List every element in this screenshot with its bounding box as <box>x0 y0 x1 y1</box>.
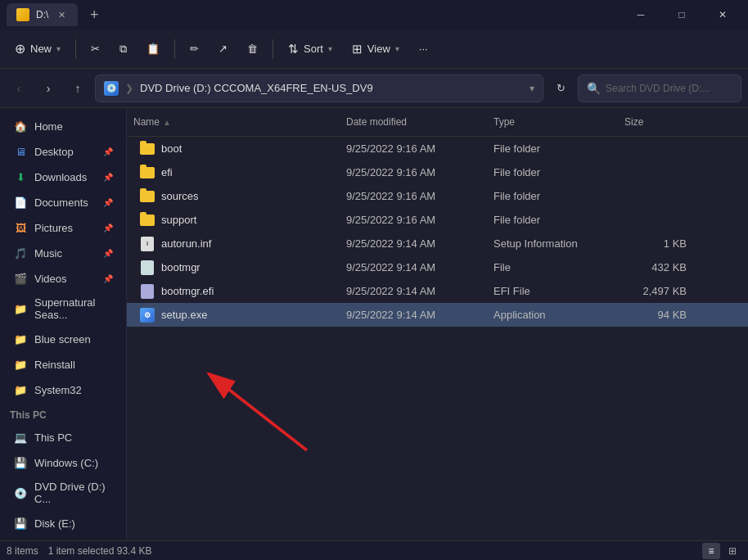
file-date: 9/25/2022 9:14 AM <box>340 234 487 253</box>
sidebar-item-documents[interactable]: 📄 Documents 📌 <box>3 190 123 215</box>
file-name: efi <box>161 166 173 178</box>
file-name: autorun.inf <box>161 237 211 250</box>
sidebar-item-desktop[interactable]: 🖥 Desktop 📌 <box>3 139 123 164</box>
rename-icon: ✏ <box>190 43 199 55</box>
desktop-pin-icon: 📌 <box>103 147 113 156</box>
sidebar-reinstall-label: Reinstall <box>34 359 113 371</box>
sidebar-item-music[interactable]: 🎵 Music 📌 <box>3 241 123 265</box>
address-bar[interactable]: 💿 ❯ DVD Drive (D:) CCCOMA_X64FRE_EN-US_D… <box>95 75 543 102</box>
file-name: bootmgr.efi <box>161 285 214 297</box>
up-button[interactable]: ↑ <box>65 76 90 101</box>
sidebar-music-label: Music <box>34 247 97 260</box>
back-button[interactable]: ‹ <box>7 76 31 101</box>
toolbar-separator-2 <box>174 39 175 59</box>
tab-d-drive[interactable]: D:\ ✕ <box>7 3 78 26</box>
sidebar-item-home[interactable]: 🏠 Home <box>3 114 123 138</box>
more-button[interactable]: ··· <box>411 34 436 64</box>
column-header-date[interactable]: Date modified <box>340 111 487 133</box>
sidebar-item-downloads[interactable]: ⬇ Downloads 📌 <box>3 165 123 189</box>
close-button[interactable]: ✕ <box>704 2 741 27</box>
file-icon-container <box>140 284 155 299</box>
maximize-button[interactable]: □ <box>663 2 701 27</box>
address-separator-arrow: ❯ <box>125 83 133 94</box>
supernatural-folder-icon: 📁 <box>13 301 28 316</box>
sidebar-item-pictures[interactable]: 🖼 Pictures 📌 <box>3 215 123 240</box>
file-date: 9/25/2022 9:16 AM <box>340 139 487 158</box>
file-date: 9/25/2022 9:14 AM <box>340 258 487 277</box>
sidebar-item-reinstall[interactable]: 📁 Reinstall <box>3 352 123 377</box>
new-tab-button[interactable]: + <box>83 3 106 26</box>
sidebar-item-videos[interactable]: 🎬 Videos 📌 <box>3 266 123 291</box>
minimize-button[interactable]: ─ <box>622 2 660 27</box>
file-list-header: Name ▲ Date modified Type Size <box>127 108 748 137</box>
sort-button[interactable]: ⇅ Sort ▾ <box>280 34 340 64</box>
sort-chevron-icon: ▾ <box>328 44 332 53</box>
share-icon: ↗ <box>219 43 228 55</box>
refresh-button[interactable]: ↻ <box>548 76 573 101</box>
desktop-icon: 🖥 <box>13 144 28 159</box>
view-button[interactable]: ⊞ View ▾ <box>344 34 408 64</box>
column-header-name[interactable]: Name ▲ <box>127 111 340 133</box>
sidebar-videos-label: Videos <box>34 273 97 285</box>
file-type: File <box>487 258 618 277</box>
file-type: Setup Information <box>487 234 618 253</box>
file-type: File folder <box>487 210 618 229</box>
table-row[interactable]: support 9/25/2022 9:16 AM File folder <box>127 208 748 232</box>
sidebar-thispc-label: This PC <box>34 431 113 444</box>
sidebar-item-supernatural[interactable]: 📁 Supernatural Seas... <box>3 291 123 326</box>
delete-button[interactable]: 🗑 <box>239 34 266 64</box>
tab-close-button[interactable]: ✕ <box>55 8 68 21</box>
pictures-icon: 🖼 <box>13 220 28 235</box>
sidebar-documents-label: Documents <box>34 196 97 209</box>
sidebar-item-bluescreen[interactable]: 📁 Blue screen <box>3 327 123 351</box>
table-row[interactable]: boot 9/25/2022 9:16 AM File folder <box>127 137 748 160</box>
file-name-cell: efi <box>127 165 340 180</box>
search-bar[interactable]: 🔍 Search DVD Drive (D:... <box>578 75 741 102</box>
disk-e-icon: 💾 <box>13 516 28 531</box>
folder-icon <box>140 215 155 226</box>
table-row[interactable]: bootmgr 9/25/2022 9:14 AM File 432 KB <box>127 255 748 279</box>
file-area: Name ▲ Date modified Type Size boot 9/25… <box>127 108 748 540</box>
sidebar-desktop-label: Desktop <box>34 146 97 158</box>
view-chevron-icon: ▾ <box>395 44 399 53</box>
sidebar-pictures-label: Pictures <box>34 222 97 234</box>
file-icon-container: ⚙ <box>140 308 155 323</box>
copy-icon: ⧉ <box>119 43 127 56</box>
videos-pin-icon: 📌 <box>103 274 113 283</box>
file-name-cell: boot <box>127 142 340 156</box>
table-row[interactable]: sources 9/25/2022 9:16 AM File folder <box>127 184 748 208</box>
rename-button[interactable]: ✏ <box>182 34 207 64</box>
file-date: 9/25/2022 9:16 AM <box>340 163 487 182</box>
sidebar-item-dvd-d[interactable]: 💿 DVD Drive (D:) C... <box>3 476 123 510</box>
table-row[interactable]: efi 9/25/2022 9:16 AM File folder <box>127 160 748 184</box>
cut-button[interactable]: ✂ <box>83 34 108 64</box>
status-right: ≡ ⊞ <box>702 543 741 559</box>
table-row[interactable]: bootmgr.efi 9/25/2022 9:14 AM EFI File 2… <box>127 279 748 303</box>
paste-button[interactable]: 📋 <box>138 34 168 64</box>
address-dropdown-icon[interactable]: ▾ <box>529 83 534 94</box>
reinstall-folder-icon: 📁 <box>13 357 28 372</box>
table-row[interactable]: ⚙ setup.exe 9/25/2022 9:14 AM Applicatio… <box>127 303 748 327</box>
table-row[interactable]: I autorun.inf 9/25/2022 9:14 AM Setup In… <box>127 232 748 255</box>
new-button[interactable]: ⊕ New ▾ <box>7 34 69 64</box>
sidebar-item-disk-e[interactable]: 💾 Disk (E:) <box>3 511 123 535</box>
sidebar-item-windows-c[interactable]: 💾 Windows (C:) <box>3 450 123 475</box>
music-pin-icon: 📌 <box>103 249 113 258</box>
home-icon: 🏠 <box>13 119 28 133</box>
share-button[interactable]: ↗ <box>210 34 236 64</box>
file-size <box>618 217 700 224</box>
title-bar-left: D:\ ✕ + <box>7 3 106 26</box>
tiles-view-button[interactable]: ⊞ <box>723 543 741 559</box>
view-icon: ⊞ <box>352 42 363 56</box>
file-name-cell: I autorun.inf <box>127 237 340 251</box>
sidebar-item-this-pc[interactable]: 💻 This PC <box>3 425 123 449</box>
details-view-button[interactable]: ≡ <box>702 543 720 559</box>
column-header-size[interactable]: Size <box>618 111 700 133</box>
forward-button[interactable]: › <box>36 76 61 101</box>
column-header-type[interactable]: Type <box>487 111 618 133</box>
paste-icon: 📋 <box>146 43 160 55</box>
new-label: New <box>30 43 52 55</box>
sidebar-item-system32[interactable]: 📁 System32 <box>3 377 123 402</box>
copy-button[interactable]: ⧉ <box>111 34 135 64</box>
toolbar: ⊕ New ▾ ✂ ⧉ 📋 ✏ ↗ 🗑 ⇅ Sort ▾ ⊞ View ▾ ··… <box>0 29 748 69</box>
